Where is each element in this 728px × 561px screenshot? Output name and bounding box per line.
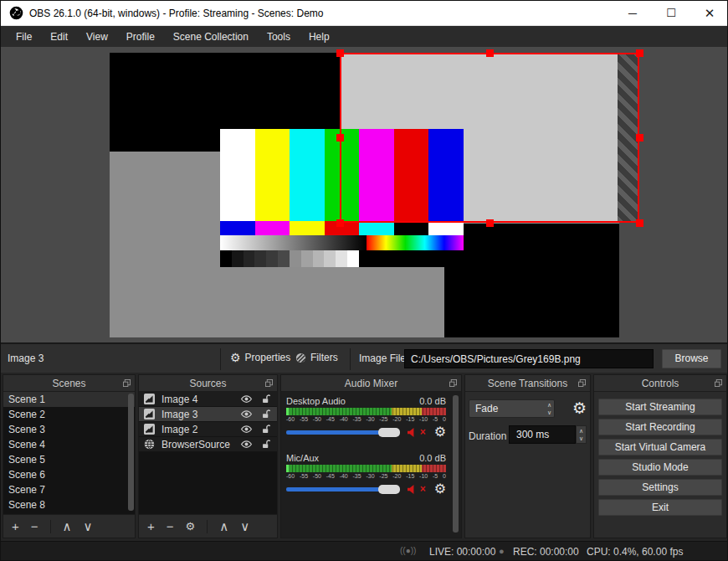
selection-handle-bottom-left[interactable] [336, 219, 344, 227]
dock-float-icon[interactable] [578, 379, 586, 387]
start-streaming-button[interactable]: Start Streaming [598, 399, 722, 415]
selection-handle-bottom-mid[interactable] [486, 219, 494, 227]
menu-view[interactable]: View [78, 28, 116, 46]
transition-select[interactable]: Fade ∧∨ [469, 399, 555, 418]
mute-x-icon: × [420, 483, 426, 495]
black-source-bottom-right[interactable] [444, 224, 619, 337]
eye-visible-icon[interactable] [240, 409, 253, 419]
menu-tools[interactable]: Tools [259, 28, 299, 46]
add-scene-button[interactable]: + [12, 520, 19, 533]
menu-help[interactable]: Help [300, 28, 338, 46]
unlock-icon[interactable] [259, 425, 272, 434]
scene-list-item[interactable]: Scene 3 [3, 422, 135, 437]
color-segment [324, 250, 336, 267]
mixer-scrollbar[interactable] [453, 395, 459, 533]
dock-float-icon[interactable] [123, 379, 131, 387]
channel-level: 0.0 dB [419, 453, 446, 463]
properties-button[interactable]: ⚙ Properties [230, 352, 290, 363]
unlock-icon[interactable] [259, 394, 272, 404]
combo-arrows-icon: ∧∨ [547, 401, 551, 416]
volume-slider-handle[interactable] [378, 485, 400, 494]
dock-float-icon[interactable] [265, 379, 273, 387]
studio-mode-button[interactable]: Studio Mode [598, 459, 722, 476]
scene-list-item[interactable]: Scene 6 [3, 467, 135, 482]
source-label: BrowserSource [155, 439, 233, 450]
color-segment [278, 250, 290, 267]
volume-slider-handle[interactable] [378, 428, 400, 437]
selection-handle-right-mid[interactable] [636, 134, 643, 142]
color-segment [266, 250, 278, 267]
mixer-channel-mic-aux: Mic/Aux 0.0 dB -60-55-50-45-40-35-30-25-… [286, 453, 446, 496]
title-bar: OBS 26.1.0 (64-bit, windows) - Profile: … [1, 1, 728, 26]
selection-handle-top-left[interactable] [336, 49, 344, 57]
selection-handle-top-right[interactable] [636, 49, 643, 57]
source-up-button[interactable]: ∧ [219, 520, 228, 533]
scene-down-button[interactable]: ∨ [84, 520, 93, 533]
close-button[interactable]: ✕ [690, 1, 728, 26]
minimize-button[interactable]: ─ [613, 1, 652, 26]
source-label: Image 3 [155, 409, 233, 420]
duration-input[interactable]: 300 ms [509, 425, 576, 444]
maximize-button[interactable]: ☐ [652, 1, 690, 26]
scenes-scrollbar[interactable] [128, 394, 134, 511]
menu-file[interactable]: File [8, 28, 40, 46]
scale-tick: -25 [379, 473, 387, 479]
browse-button[interactable]: Browse [662, 349, 721, 368]
scene-up-button[interactable]: ∧ [63, 520, 72, 533]
scene-list-item[interactable]: Scene 8 [3, 497, 135, 512]
unlock-icon[interactable] [259, 440, 272, 449]
remove-source-button[interactable]: − [167, 520, 174, 533]
color-segment [220, 250, 232, 267]
volume-slider[interactable] [286, 485, 398, 494]
start-recording-button[interactable]: Start Recording [598, 419, 722, 435]
scene-list-item[interactable]: Scene 4 [3, 437, 135, 452]
source-down-button[interactable]: ∨ [240, 520, 249, 533]
source-list-item[interactable]: BrowserSource [139, 437, 277, 452]
dock-float-icon[interactable] [715, 379, 722, 387]
volume-slider-fill [286, 430, 380, 435]
add-source-button[interactable]: + [147, 520, 155, 533]
menu-edit[interactable]: Edit [42, 28, 76, 46]
mute-button[interactable]: × [407, 483, 426, 495]
transition-selected-value: Fade [475, 403, 498, 414]
source-list-item[interactable]: Image 4 [139, 392, 277, 407]
source-list-item[interactable]: Image 2 [139, 422, 277, 437]
selection-handle-bottom-right[interactable] [636, 219, 643, 227]
scene-list-item[interactable]: Scene 7 [3, 482, 135, 497]
scene-list-item[interactable]: Scene 1 [3, 392, 135, 407]
selection-border[interactable] [340, 53, 639, 223]
mute-button[interactable]: × [407, 426, 426, 438]
selection-handle-left-mid[interactable] [336, 134, 344, 142]
scale-tick: -10 [419, 473, 428, 479]
color-segment [255, 221, 290, 235]
source-properties-button[interactable]: ⚙ [186, 520, 196, 533]
properties-label: Properties [245, 352, 291, 363]
channel-settings-gear-icon[interactable]: ⚙ [434, 482, 446, 496]
globe-icon [144, 439, 155, 450]
filters-button[interactable]: Filters [295, 352, 338, 363]
menu-profile[interactable]: Profile [118, 28, 163, 46]
image-file-input[interactable] [404, 349, 654, 368]
selection-handle-top-mid[interactable] [486, 49, 494, 57]
remove-scene-button[interactable]: − [31, 520, 38, 533]
image-icon [144, 424, 155, 435]
source-list-item[interactable]: Image 3 [139, 407, 277, 422]
duration-spinner[interactable]: ∧∨ [576, 425, 587, 444]
transition-settings-gear-icon[interactable]: ⚙ [572, 399, 587, 418]
scene-list-item[interactable]: Scene 2 [3, 407, 135, 422]
menu-scene-collection[interactable]: Scene Collection [165, 28, 257, 46]
start-virtual-camera-button[interactable]: Start Virtual Camera [598, 439, 722, 455]
volume-slider[interactable] [286, 428, 398, 437]
dock-float-icon[interactable] [449, 379, 457, 387]
channel-name: Desktop Audio [286, 396, 346, 406]
channel-settings-gear-icon[interactable]: ⚙ [434, 425, 446, 439]
exit-button[interactable]: Exit [598, 499, 722, 516]
dock-area: Scenes Scene 1 Scene 2 Scene 3 Scene 4 S… [1, 373, 728, 541]
unlock-icon[interactable] [259, 409, 272, 419]
scene-list-item[interactable]: Scene 5 [3, 452, 135, 467]
eye-visible-icon[interactable] [240, 440, 253, 449]
eye-visible-icon[interactable] [240, 425, 253, 434]
eye-visible-icon[interactable] [240, 394, 253, 404]
scenes-dock: Scenes Scene 1 Scene 2 Scene 3 Scene 4 S… [3, 374, 136, 538]
settings-button[interactable]: Settings [598, 479, 722, 496]
